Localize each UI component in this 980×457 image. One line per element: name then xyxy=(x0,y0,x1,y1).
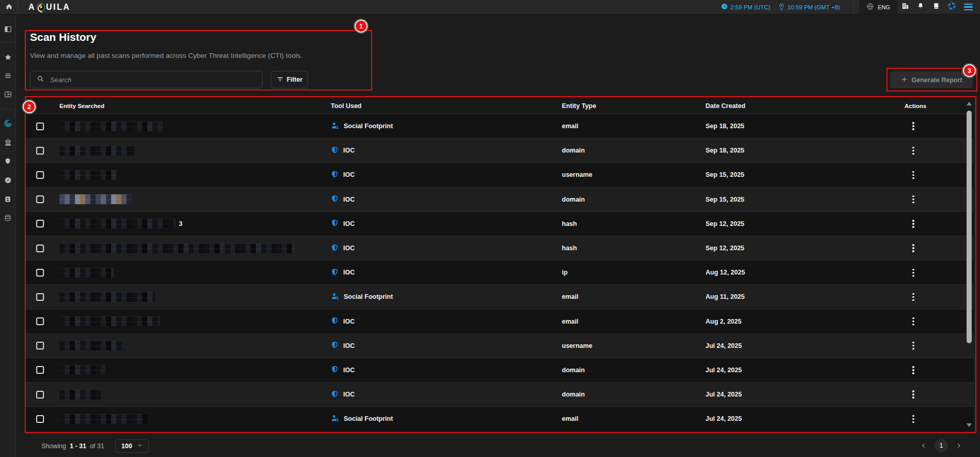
scrollbar-down-arrow-icon[interactable] xyxy=(967,423,972,427)
row-checkbox[interactable] xyxy=(36,415,44,423)
row-checkbox[interactable] xyxy=(36,171,44,179)
hamburger-bar xyxy=(964,9,973,11)
sidebar-item-shield[interactable] xyxy=(0,154,16,167)
date-created: Aug 11, 2025 xyxy=(706,293,905,300)
column-header-actions: Actions xyxy=(905,103,926,109)
row-checkbox[interactable] xyxy=(36,391,44,399)
entity-type: username xyxy=(562,342,706,349)
row-actions-kebab[interactable] xyxy=(912,199,914,200)
row-checkbox[interactable] xyxy=(36,123,44,130)
entity-type: domain xyxy=(562,391,706,398)
tool-label: IOC xyxy=(343,220,355,227)
sidebar-item-compass[interactable] xyxy=(0,173,16,187)
search-bar[interactable] xyxy=(30,71,263,88)
sidebar-item-identity[interactable] xyxy=(0,192,16,206)
tool-label: IOC xyxy=(343,367,355,374)
filter-button[interactable]: Filter xyxy=(271,71,308,88)
page-size-select[interactable]: 100 xyxy=(115,439,149,453)
support-button[interactable] xyxy=(944,0,959,14)
tool-label: Social Footprint xyxy=(344,415,393,422)
brand-logo[interactable]: AAQUILAUILA xyxy=(28,3,70,12)
language-selector[interactable]: ENG xyxy=(859,0,897,14)
sidebar-item-cti-active[interactable] xyxy=(0,116,16,130)
row-actions-kebab[interactable] xyxy=(912,174,914,176)
row-checkbox[interactable] xyxy=(36,195,44,203)
generate-report-button[interactable]: Generate Report xyxy=(890,71,973,88)
home-button[interactable] xyxy=(0,0,18,14)
sidebar-item-database[interactable] xyxy=(0,211,16,224)
row-checkbox[interactable] xyxy=(36,342,44,349)
table-row[interactable]: IOC domain Jul 24, 2025 xyxy=(26,382,974,406)
sidebar-item-favorites[interactable] xyxy=(0,50,16,64)
entity-type: email xyxy=(562,293,706,300)
table-row[interactable]: IOC domain Sep 18, 2025 xyxy=(26,138,974,162)
next-page-button[interactable] xyxy=(954,439,963,452)
scrollbar-thumb[interactable] xyxy=(967,111,972,343)
scrollbar-up-arrow-icon[interactable] xyxy=(967,102,972,105)
table-row[interactable]: IOC domain Jul 24, 2025 xyxy=(26,358,974,382)
row-actions-kebab[interactable] xyxy=(912,393,914,395)
row-actions-kebab[interactable] xyxy=(912,223,914,224)
showing-range: 1 - 31 xyxy=(70,443,86,450)
row-checkbox[interactable] xyxy=(36,269,44,277)
previous-page-button[interactable] xyxy=(919,439,928,452)
filter-icon xyxy=(277,75,284,84)
organization-button[interactable] xyxy=(897,0,913,14)
row-actions-kebab[interactable] xyxy=(912,296,914,298)
hamburger-menu-button[interactable] xyxy=(959,0,977,14)
table-row[interactable]: 3 IOC hash Sep 12, 2025 xyxy=(26,211,974,236)
row-checkbox[interactable] xyxy=(36,366,44,374)
redacted-entity xyxy=(59,194,132,204)
search-input[interactable] xyxy=(49,75,256,84)
row-actions-kebab[interactable] xyxy=(912,150,914,151)
row-checkbox[interactable] xyxy=(36,245,44,252)
table-row[interactable]: Social Footprint email Sep 18, 2025 xyxy=(26,114,974,138)
redacted-entity xyxy=(59,390,104,400)
redacted-entity xyxy=(59,316,160,326)
current-page-button[interactable]: 1 xyxy=(935,439,948,452)
ioc-shield-icon xyxy=(331,170,339,180)
ioc-shield-icon xyxy=(331,146,339,156)
date-created: Sep 15, 2025 xyxy=(706,171,905,178)
documentation-button[interactable] xyxy=(928,0,944,14)
table-row[interactable]: IOC username Sep 15, 2025 xyxy=(26,162,974,187)
row-actions-kebab[interactable] xyxy=(912,272,914,273)
column-header-entity-type: Entity Type xyxy=(562,102,706,110)
date-created: Sep 12, 2025 xyxy=(706,245,905,252)
redacted-entity xyxy=(59,121,163,131)
table-row[interactable]: Social Footprint email Aug 11, 2025 xyxy=(26,284,974,309)
notifications-button[interactable] xyxy=(913,0,928,14)
row-checkbox[interactable] xyxy=(36,220,44,227)
sidebar-item-menu[interactable] xyxy=(0,69,16,82)
row-actions-kebab[interactable] xyxy=(912,418,914,420)
row-actions-kebab[interactable] xyxy=(912,247,914,249)
row-checkbox[interactable] xyxy=(36,147,44,155)
row-actions-kebab[interactable] xyxy=(912,125,914,127)
row-checkbox[interactable] xyxy=(36,293,44,301)
table-row[interactable]: IOC ip Aug 12, 2025 xyxy=(26,260,974,284)
tool-label: IOC xyxy=(343,269,355,276)
table-row[interactable]: Social Footprint email Jul 24, 2025 xyxy=(26,406,974,431)
page-size-value: 100 xyxy=(121,443,132,450)
tool-label: IOC xyxy=(343,318,355,325)
sidebar-item-panel-toggle[interactable] xyxy=(0,22,16,36)
row-actions-kebab[interactable] xyxy=(912,345,914,346)
redacted-entity xyxy=(59,341,127,351)
table-row[interactable]: IOC username Jul 24, 2025 xyxy=(26,333,974,358)
brand-letter: A xyxy=(28,3,36,12)
table-row[interactable]: IOC domain Sep 15, 2025 xyxy=(26,187,974,211)
date-created: Jul 24, 2025 xyxy=(706,342,905,349)
row-checkbox[interactable] xyxy=(36,317,44,325)
row-actions-kebab[interactable] xyxy=(912,369,914,371)
entity-type: domain xyxy=(562,367,706,374)
column-header-tool-used: Tool Used xyxy=(331,102,562,110)
date-created: Aug 12, 2025 xyxy=(706,269,905,276)
table-row[interactable]: IOC email Aug 2, 2025 xyxy=(26,309,974,333)
redacted-entity xyxy=(59,268,114,278)
sidebar-item-institution[interactable] xyxy=(0,135,16,149)
sidebar-item-layout[interactable] xyxy=(0,87,16,101)
ioc-shield-icon xyxy=(331,316,339,326)
table-row[interactable]: IOC hash Sep 12, 2025 xyxy=(26,236,974,260)
table-scrollbar[interactable] xyxy=(966,100,973,429)
row-actions-kebab[interactable] xyxy=(912,321,914,322)
